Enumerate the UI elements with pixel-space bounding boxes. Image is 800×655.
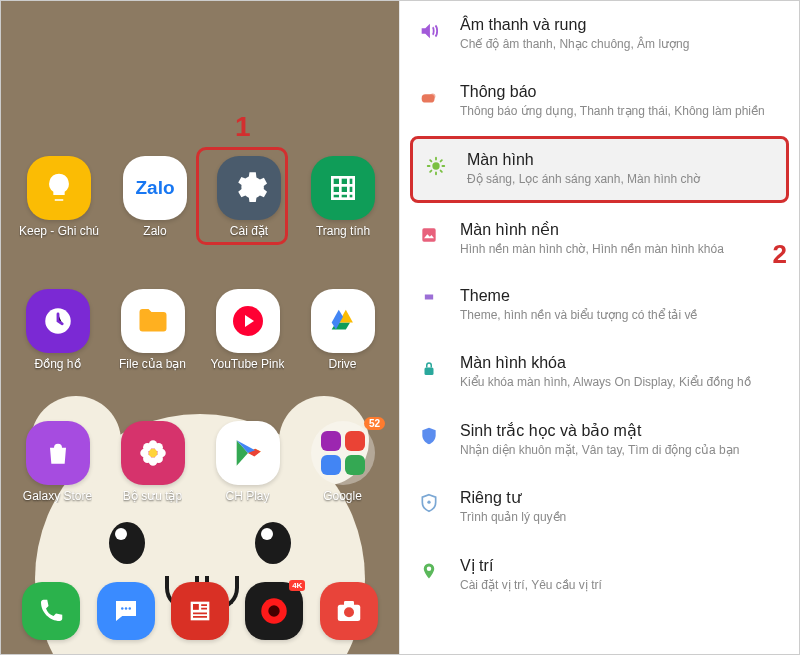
phone-app[interactable] <box>19 582 83 640</box>
play-app[interactable]: CH Play <box>209 421 286 503</box>
svg-point-24 <box>432 163 439 170</box>
row-title: Âm thanh và rung <box>460 16 781 34</box>
settings-row-privacy[interactable]: Riêng tư Trình quản lý quyền <box>400 473 799 541</box>
sheets-app[interactable]: Trang tính <box>305 156 381 238</box>
row-text: Theme Theme, hình nền và biểu tượng có t… <box>460 287 781 324</box>
drive-app[interactable]: Drive <box>304 289 381 371</box>
store-app[interactable]: Galaxy Store <box>19 421 96 503</box>
app-icon <box>22 582 80 640</box>
notification-icon <box>416 85 442 111</box>
row-subtitle: Cài đặt vị trí, Yêu cầu vị trí <box>460 578 781 594</box>
app-label: Đồng hồ <box>34 357 80 371</box>
svg-point-20 <box>344 607 354 617</box>
svg-point-23 <box>430 93 436 99</box>
folder-icon: 52 <box>311 421 375 485</box>
row-subtitle: Theme, hình nền và biểu tượng có thể tải… <box>460 308 781 324</box>
row-title: Thông báo <box>460 83 781 101</box>
app-label: CH Play <box>225 489 269 503</box>
svg-point-14 <box>128 607 131 610</box>
brightness-icon <box>423 153 449 179</box>
annotation-1: 1 <box>235 111 251 143</box>
row-title: Màn hình nền <box>460 220 781 239</box>
settings-row-biometrics[interactable]: Sinh trắc học và bảo mật Nhận diện khuôn… <box>400 406 799 474</box>
row-subtitle: Độ sáng, Lọc ánh sáng xanh, Màn hình chờ <box>467 172 774 188</box>
app-icon <box>121 289 185 353</box>
settings-row-display[interactable]: Màn hình Độ sáng, Lọc ánh sáng xanh, Màn… <box>410 136 789 203</box>
app-label: Galaxy Store <box>23 489 92 503</box>
settings-row-lockscreen[interactable]: Màn hình khóa Kiểu khóa màn hình, Always… <box>400 339 799 406</box>
theme-icon <box>416 289 442 315</box>
camera-app[interactable] <box>317 582 381 640</box>
app-icon <box>311 156 375 220</box>
settings-row-notifications[interactable]: Thông báo Thông báo ứng dụng, Thanh trạn… <box>400 68 799 135</box>
google-folder[interactable]: 52 Google <box>304 421 381 503</box>
row-text: Riêng tư Trình quản lý quyền <box>460 488 781 526</box>
svg-rect-26 <box>425 367 434 375</box>
svg-rect-21 <box>344 601 354 606</box>
row-subtitle: Nhận diện khuôn mặt, Vân tay, Tìm di độn… <box>460 443 781 459</box>
home-screen: 1 Keep - Ghi chúZalo Zalo Cài đặt Trang … <box>1 1 399 654</box>
svg-rect-0 <box>332 177 353 198</box>
app-icon <box>171 582 229 640</box>
sound-icon <box>416 18 442 44</box>
clock-app[interactable]: Đồng hồ <box>19 289 96 371</box>
app-icon: Zalo <box>123 156 187 220</box>
row-title: Theme <box>460 287 781 305</box>
app-icon <box>26 421 90 485</box>
settings-row-themes[interactable]: Theme Theme, hình nền và biểu tượng có t… <box>400 272 799 339</box>
row-subtitle: Trình quản lý quyền <box>460 510 781 526</box>
shield-icon <box>416 423 442 449</box>
app-icon <box>320 582 378 640</box>
row-subtitle: Kiểu khóa màn hình, Always On Display, K… <box>460 375 781 391</box>
keep-app[interactable]: Keep - Ghi chú <box>19 156 99 238</box>
svg-point-12 <box>121 607 124 610</box>
app-icon <box>216 289 280 353</box>
app-icon <box>216 421 280 485</box>
svg-rect-25 <box>422 228 435 241</box>
row-subtitle: Chế độ âm thanh, Nhạc chuông, Âm lượng <box>460 37 781 53</box>
app-label: Drive <box>328 357 356 371</box>
svg-rect-16 <box>193 604 199 610</box>
svg-point-11 <box>148 449 157 458</box>
app-icon <box>121 421 185 485</box>
highlight-settings <box>196 147 288 245</box>
record-app[interactable]: 4K <box>242 582 306 640</box>
annotation-2: 2 <box>773 239 787 270</box>
svg-point-18 <box>269 605 280 616</box>
app-icon <box>311 289 375 353</box>
wallpaper-icon <box>416 222 442 248</box>
messages-app[interactable] <box>93 582 157 640</box>
settings-row-location[interactable]: Vị trí Cài đặt vị trí, Yêu cầu vị trí <box>400 541 799 609</box>
row-text: Màn hình Độ sáng, Lọc ánh sáng xanh, Màn… <box>467 151 774 188</box>
row-title: Vị trí <box>460 556 781 575</box>
app-label: Google <box>323 489 362 503</box>
row-subtitle: Hình nền màn hình chờ, Hình nền màn hình… <box>460 242 781 258</box>
row-text: Vị trí Cài đặt vị trí, Yêu cầu vị trí <box>460 556 781 594</box>
row-title: Màn hình khóa <box>460 354 781 372</box>
app-label: Keep - Ghi chú <box>19 224 99 238</box>
row-text: Âm thanh và rung Chế độ âm thanh, Nhạc c… <box>460 16 781 53</box>
lock-icon <box>416 356 442 382</box>
settings-row-wallpaper[interactable]: Màn hình nền Hình nền màn hình chờ, Hình… <box>400 205 799 273</box>
row-title: Riêng tư <box>460 488 781 507</box>
app-label: File của bạn <box>119 357 186 371</box>
files-app[interactable]: File của bạn <box>114 289 191 371</box>
zalo-app[interactable]: Zalo Zalo <box>117 156 193 238</box>
location-icon <box>416 558 442 584</box>
app-icon <box>27 156 91 220</box>
svg-point-13 <box>124 607 127 610</box>
app-label: Bộ sưu tập <box>123 489 182 503</box>
row-text: Màn hình nền Hình nền màn hình chờ, Hình… <box>460 220 781 258</box>
settings-list: Âm thanh và rung Chế độ âm thanh, Nhạc c… <box>399 1 799 654</box>
settings-row-sounds[interactable]: Âm thanh và rung Chế độ âm thanh, Nhạc c… <box>400 1 799 68</box>
app-label: YouTube Pink <box>211 357 285 371</box>
row-text: Sinh trắc học và bảo mật Nhận diện khuôn… <box>460 421 781 459</box>
app-label: Trang tính <box>316 224 370 238</box>
gallery-app[interactable]: Bộ sưu tập <box>114 421 191 503</box>
badge: 52 <box>364 417 385 430</box>
news-app[interactable] <box>168 582 232 640</box>
svg-point-27 <box>427 501 430 504</box>
youtube-app[interactable]: YouTube Pink <box>209 289 286 371</box>
row-title: Màn hình <box>467 151 774 169</box>
app-label: Zalo <box>143 224 166 238</box>
